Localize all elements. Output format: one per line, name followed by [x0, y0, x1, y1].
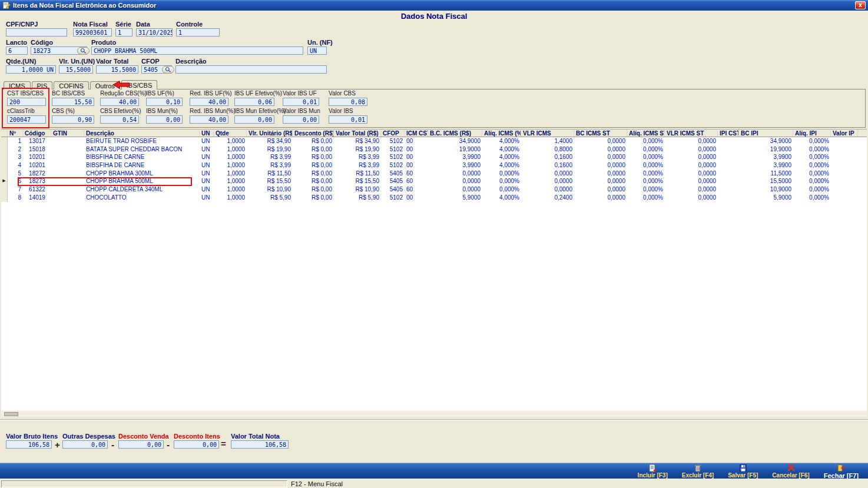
ibs-uf-input[interactable]: 0,10	[146, 98, 183, 106]
table-row[interactable]: 310201BIBSFIHA DE CARNEUN1,0000R$ 3,99R$…	[1, 153, 867, 161]
close-button[interactable]: x	[855, 1, 866, 9]
salvar-button[interactable]: Salvar [F5]	[728, 464, 758, 479]
grid-cell-ipi_cst	[718, 185, 739, 194]
grid-column-header-aliq_icms[interactable]: Alíq. ICMS (%)	[482, 130, 521, 137]
valor-ibs-input[interactable]: 0,01	[329, 115, 367, 124]
grid-column-header-aliq_icms_st[interactable]: Alíq. ICMS ST	[627, 130, 665, 137]
grid-column-header-qtde[interactable]: Qtde	[214, 130, 247, 137]
valor-ibs-mun-input[interactable]: 0,00	[283, 115, 319, 124]
table-row[interactable]: 113017BEIRUTE TRAD ROSBIFEUN1,0000R$ 34,…	[1, 137, 867, 145]
table-row[interactable]: 518272CHOPP BRAHMA 300MLUN1,0000R$ 11,50…	[1, 170, 867, 178]
grid-cell-vlr_icms: 0,2400	[521, 194, 574, 202]
cbs-pct-input[interactable]: 0,90	[52, 115, 94, 124]
table-row[interactable]: 814019CHOCOLATTOUN1,0000R$ 5,90R$ 0,00R$…	[1, 194, 867, 202]
grid-cell-valor_total: R$ 5,90	[334, 194, 381, 202]
save-icon	[739, 464, 747, 472]
grid-column-header-valor_ipi[interactable]: Valor IP	[831, 130, 858, 137]
search-icon[interactable]	[77, 47, 90, 55]
grid-column-header-valor_total[interactable]: Valor Total (R$)	[334, 130, 381, 137]
search-icon[interactable]	[162, 66, 174, 74]
note-icon	[2, 1, 11, 9]
grid-column-header-un[interactable]: UN	[200, 130, 214, 137]
window-title: Itens da Nota Fiscal Eletrônica ao Consu…	[13, 0, 156, 11]
table-row[interactable]: 761322CHOPP CALDERETA 340MLUN1,0000R$ 10…	[1, 185, 867, 194]
grid-cell-aliq_icms: 0,000%	[482, 170, 521, 178]
grid-cell-aliq_icms: 4,000%	[482, 145, 521, 154]
qtde-field: Qtde.(UN) 1,0000 UN	[6, 58, 56, 74]
tab-pis[interactable]: PIS	[32, 81, 53, 89]
ibs-mun-input[interactable]: 0,00	[146, 115, 183, 124]
grid-column-header-vlr_icms_st[interactable]: VLR ICMS ST	[665, 130, 718, 137]
grid-column-header-codigo[interactable]: Código	[23, 130, 51, 137]
nota-fiscal-input[interactable]: 992003601	[73, 28, 112, 36]
cancelar-button[interactable]: Cancelar [F6]	[772, 464, 809, 479]
tab-ibscbs[interactable]: IBS/CBS	[121, 80, 157, 89]
grid-cell-valor_total: R$ 34,90	[334, 137, 381, 145]
grid-cell-vlr_icms: 0,1600	[521, 161, 574, 170]
excluir-button[interactable]: Excluir [F4]	[682, 464, 714, 479]
grid-column-header-bc_ipi[interactable]: BC IPI	[739, 130, 793, 137]
valor-total-nota-field: Valor Total Nota 106,58	[231, 433, 289, 449]
produto-input[interactable]: CHOPP BRAHMA 500ML	[91, 47, 303, 55]
grid-column-header-cfop[interactable]: CFOP	[381, 130, 405, 137]
grid-cell-qtde: 1,0000	[214, 137, 247, 145]
grid-column-header-num[interactable]: Nº	[8, 130, 23, 137]
grid-column-header-aliq_ipi[interactable]: Alíq. IPI	[793, 130, 831, 137]
grid-column-header-descricao[interactable]: Descrição	[84, 130, 200, 137]
red-ibs-uf-input[interactable]: 40,00	[190, 98, 228, 106]
outras-despesas-label: Outras Despesas	[62, 433, 108, 439]
red-ibs-mun-input[interactable]: 40,00	[190, 115, 228, 124]
vlr-un-input[interactable]: 15,5000	[59, 65, 93, 74]
scrollbar-thumb[interactable]	[4, 412, 18, 416]
valor-ibs-uf-label: Valor IBS UF	[283, 91, 319, 97]
data-input[interactable]: 31/10/2025	[136, 28, 173, 36]
grid-cell-valor_ipi	[831, 153, 858, 161]
red-ibs-mun-label: Red. IBS Mun(%)	[190, 108, 228, 114]
plus-operator: +	[55, 440, 60, 449]
grid-column-header-gtin[interactable]: GTIN	[51, 130, 84, 137]
fechar-button[interactable]: Fechar [F7]	[824, 464, 859, 479]
grid-cell-bc_icms_st: 0,0000	[574, 137, 627, 145]
grid-column-header-desconto[interactable]: Desconto (R$)	[293, 130, 334, 137]
table-row[interactable]: ▶618273CHOPP BRAHMA 500MLUN1,0000R$ 15,5…	[1, 177, 867, 185]
tab-outros[interactable]: Outros	[90, 81, 120, 89]
controle-input[interactable]: 1	[176, 28, 220, 36]
cpf-cnpj-input[interactable]	[6, 28, 67, 36]
row-selector	[1, 137, 8, 145]
valor-ibs-uf-input[interactable]: 0,01	[283, 98, 319, 106]
grid-column-header-vlr_icms[interactable]: VLR ICMS	[521, 130, 574, 137]
valor-total-input[interactable]: 15,5000	[96, 65, 138, 74]
cbs-efetivo-input[interactable]: 0,54	[100, 115, 139, 124]
ibs-uf-efetivo-input[interactable]: 0,06	[234, 98, 274, 106]
cst-ibscbs-input[interactable]: 200	[7, 98, 46, 106]
minus-operator: -	[167, 440, 170, 449]
un-nf-input[interactable]: UN	[307, 47, 327, 55]
serie-field: Série 1	[115, 21, 132, 36]
lancto-input[interactable]: 6	[6, 47, 28, 55]
tab-cofins[interactable]: COFINS	[54, 81, 89, 89]
horizontal-scrollbar[interactable]	[1, 411, 867, 417]
cpf-cnpj-field: CPF/CNPJ	[6, 21, 67, 36]
serie-input[interactable]: 1	[115, 28, 132, 36]
grid-column-header-bc_icms_st[interactable]: BC ICMS ST	[574, 130, 627, 137]
grid-column-header-icm_cst[interactable]: ICM CST	[405, 130, 428, 137]
cpf-cnpj-label: CPF/CNPJ	[6, 21, 67, 27]
valor-cbs-input[interactable]: 0,08	[329, 98, 367, 106]
descricao-input[interactable]	[175, 65, 327, 74]
reducao-cbs-input[interactable]: 40,00	[100, 98, 139, 106]
cclasstrib-input[interactable]: 200047	[7, 115, 46, 124]
bc-ibscbs-input[interactable]: 15,50	[52, 98, 94, 106]
qtde-input[interactable]: 1,0000 UN	[6, 65, 56, 74]
controle-label: Controle	[176, 21, 220, 27]
ibs-mun-efetivo-input[interactable]: 0,00	[234, 115, 274, 124]
tab-icms[interactable]: ICMS	[4, 81, 31, 89]
grid-column-header-vlr_unitario[interactable]: Vlr. Unitário (R$)	[247, 130, 293, 137]
incluir-button[interactable]: Incluir [F3]	[638, 464, 668, 479]
grid-cell-descricao: CHOPP BRAHMA 500ML	[84, 177, 200, 185]
table-row[interactable]: 410201BIBSFIHA DE CARNEUN1,0000R$ 3,99R$…	[1, 161, 867, 170]
cancel-icon	[787, 464, 795, 472]
grid-cell-codigo: 10201	[23, 161, 51, 170]
grid-column-header-ipi_cst[interactable]: IPI CST	[718, 130, 739, 137]
table-row[interactable]: 215018BATATA SUPER CHEDDAR BACONUN1,0000…	[1, 145, 867, 154]
grid-column-header-bc_icms[interactable]: B.C. ICMS (R$)	[428, 130, 482, 137]
